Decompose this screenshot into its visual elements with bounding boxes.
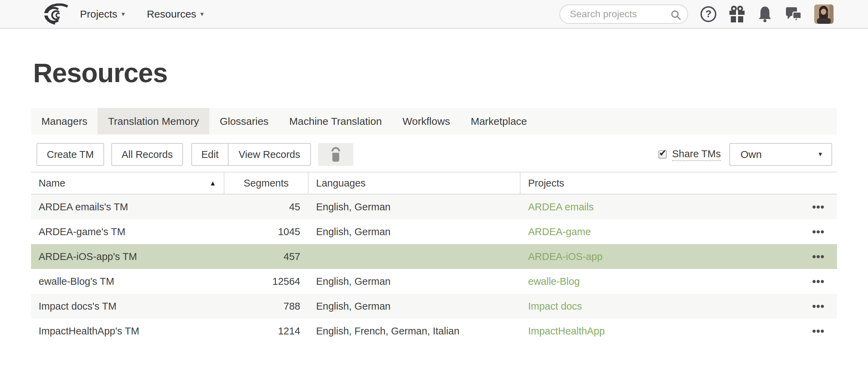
ellipsis-icon	[813, 205, 816, 209]
column-header-projects[interactable]: Projects	[521, 172, 837, 194]
table-row[interactable]: ewalle-Blog's TM 12564 English, German e…	[31, 269, 837, 294]
chevron-down-icon: ▾	[121, 10, 125, 18]
projects-cell: Impact docs	[521, 301, 837, 312]
table-row[interactable]: ARDEA-game's TM 1045 English, German ARD…	[31, 219, 837, 244]
segments-cell: 12564	[224, 276, 309, 287]
languages-cell: English, German	[309, 201, 521, 213]
column-header-name[interactable]: Name ▲	[31, 172, 224, 194]
search-input[interactable]	[560, 9, 687, 20]
table-row[interactable]: ImpactHealthApp's TM 1214 English, Frenc…	[31, 319, 837, 343]
share-tms-label[interactable]: Share TMs	[672, 148, 721, 161]
nav-menu-projects[interactable]: Projects ▾	[80, 8, 125, 20]
share-tms-checkbox[interactable]: ✔	[658, 150, 667, 159]
project-link[interactable]: ImpactHealthApp	[528, 325, 605, 337]
tm-name-cell: ImpactHealthApp's TM	[31, 325, 224, 337]
languages-cell: English, French, German, Italian	[309, 325, 521, 337]
segments-cell: 45	[224, 201, 309, 213]
view-records-button[interactable]: View Records	[229, 144, 310, 165]
search-icon[interactable]	[671, 10, 681, 20]
resources-tab-bar: Managers Translation Memory Glossaries M…	[31, 108, 837, 134]
page-title: Resources	[33, 59, 168, 86]
project-link[interactable]: ARDEA-iOS-app	[528, 251, 603, 262]
projects-cell: ARDEA-game	[521, 226, 837, 238]
table-header: Name ▲ Segments Languages Projects	[31, 172, 837, 194]
tab-managers[interactable]: Managers	[31, 108, 98, 134]
ellipsis-icon	[813, 230, 816, 233]
tm-name-cell: Impact docs's TM	[31, 301, 224, 312]
tm-scope-value: Own	[740, 149, 762, 160]
row-actions-button[interactable]	[813, 280, 837, 283]
tm-toolbar: Create TM All Records Edit View Records …	[31, 143, 837, 166]
chat-icon	[785, 6, 802, 22]
project-link[interactable]: Impact docs	[528, 301, 582, 312]
row-actions-button[interactable]	[813, 205, 837, 209]
checkmark-icon: ✔	[659, 149, 667, 158]
share-tms-control: ✔ Share TMs	[658, 143, 721, 166]
tm-name-cell: ARDEA-iOS-app's TM	[31, 251, 224, 262]
languages-cell: English, German	[309, 226, 521, 238]
app-logo[interactable]	[34, 3, 72, 25]
translation-memory-table: Name ▲ Segments Languages Projects ARDEA…	[31, 172, 837, 343]
row-actions-button[interactable]	[813, 230, 837, 233]
edit-button[interactable]: Edit	[192, 144, 229, 165]
crowdin-logo-icon	[34, 3, 72, 25]
gift-icon	[729, 6, 745, 23]
bell-icon	[758, 6, 772, 23]
sort-ascending-icon: ▲	[209, 179, 216, 187]
select-caret-icon: ▼	[817, 151, 823, 158]
project-link[interactable]: ARDEA-game	[528, 226, 591, 238]
column-header-segments[interactable]: Segments	[224, 172, 309, 194]
tab-glossaries[interactable]: Glossaries	[209, 108, 279, 134]
help-icon: ?	[700, 6, 716, 22]
user-avatar-image	[814, 4, 834, 24]
projects-cell: ewalle-Blog	[521, 276, 837, 287]
nav-menu-resources[interactable]: Resources ▾	[147, 8, 204, 20]
row-actions-button[interactable]	[813, 255, 837, 258]
tab-translation-memory[interactable]: Translation Memory	[98, 108, 209, 134]
tab-marketplace[interactable]: Marketplace	[460, 108, 537, 134]
tab-workflows[interactable]: Workflows	[392, 108, 461, 134]
table-row-selected[interactable]: ARDEA-iOS-app's TM 457 ARDEA-iOS-app	[31, 244, 837, 269]
projects-cell: ARDEA-iOS-app	[521, 251, 837, 262]
row-actions-button[interactable]	[813, 305, 837, 308]
table-row[interactable]: Impact docs's TM 788 English, German Imp…	[31, 294, 837, 319]
chevron-down-icon: ▾	[200, 10, 204, 18]
segments-cell: 1045	[224, 226, 309, 238]
project-link[interactable]: ARDEA emails	[528, 201, 594, 213]
ellipsis-icon	[813, 280, 816, 283]
project-link[interactable]: ewalle-Blog	[528, 276, 580, 287]
project-search	[559, 4, 688, 24]
edit-view-button-group: Edit View Records	[191, 143, 311, 166]
tm-name-cell: ewalle-Blog's TM	[31, 276, 224, 287]
all-records-button[interactable]: All Records	[111, 143, 183, 166]
navbar-right-cluster: ?	[559, 4, 834, 24]
top-navbar: Projects ▾ Resources ▾ ?	[0, 0, 868, 29]
languages-cell: English, German	[309, 301, 521, 312]
tm-scope-select[interactable]: Own ▼	[729, 143, 832, 166]
segments-cell: 788	[224, 301, 309, 312]
nav-menu-projects-label: Projects	[80, 8, 117, 20]
avatar[interactable]	[814, 4, 834, 24]
messages-button[interactable]	[785, 6, 802, 22]
trash-icon	[330, 146, 342, 163]
row-actions-button[interactable]	[813, 330, 837, 333]
tm-name-cell: ARDEA emails's TM	[31, 201, 224, 213]
whats-new-button[interactable]	[729, 6, 745, 23]
notifications-button[interactable]	[758, 6, 772, 23]
nav-menu-resources-label: Resources	[147, 8, 196, 20]
create-tm-button[interactable]: Create TM	[37, 143, 104, 166]
ellipsis-icon	[813, 330, 816, 333]
delete-tm-button[interactable]	[318, 143, 353, 166]
tab-machine-translation[interactable]: Machine Translation	[279, 108, 392, 134]
segments-cell: 457	[224, 251, 309, 262]
tm-name-cell: ARDEA-game's TM	[31, 226, 224, 238]
table-row[interactable]: ARDEA emails's TM 45 English, German ARD…	[31, 194, 837, 219]
projects-cell: ImpactHealthApp	[521, 325, 837, 337]
projects-cell: ARDEA emails	[521, 201, 837, 213]
ellipsis-icon	[813, 305, 816, 308]
languages-cell: English, German	[309, 276, 521, 287]
help-button[interactable]: ?	[700, 6, 716, 22]
column-header-languages[interactable]: Languages	[309, 172, 521, 194]
ellipsis-icon	[813, 255, 816, 258]
segments-cell: 1214	[224, 325, 309, 337]
